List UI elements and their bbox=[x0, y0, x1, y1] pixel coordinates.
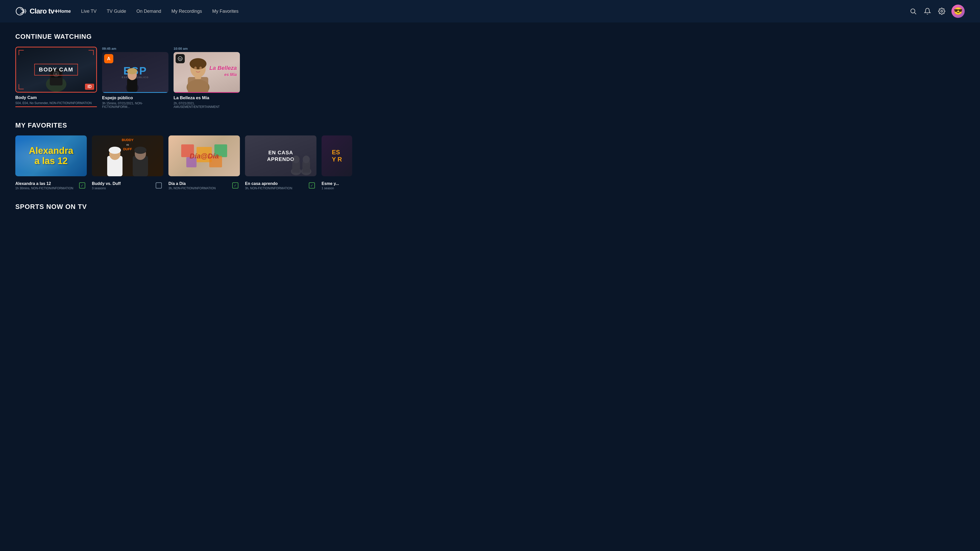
logo-text: Claro tv+ bbox=[30, 7, 58, 15]
nav-links: Home Live TV TV Guide On Demand My Recor… bbox=[58, 9, 908, 14]
alexandra-check[interactable]: ✓ bbox=[79, 183, 85, 189]
settings-icon[interactable] bbox=[937, 6, 946, 16]
belleza-progress-bar bbox=[173, 92, 240, 93]
continue-watching-section: CONTINUE WATCHING bbox=[15, 33, 965, 109]
nav-link-my-favorites[interactable]: My Favorites bbox=[212, 9, 239, 14]
alexandra-light-effect bbox=[15, 135, 87, 176]
espejo-subtitle: 3h 15mins, 07/21/2021, NON-FICTION/INFOR… bbox=[102, 102, 169, 109]
bell-icon[interactable] bbox=[923, 6, 932, 16]
buddy-check[interactable] bbox=[156, 183, 162, 189]
encasa-check[interactable]: ✓ bbox=[309, 183, 315, 189]
diaadia-check[interactable]: ✓ bbox=[232, 183, 239, 189]
esme-title: Esme y... bbox=[321, 181, 352, 186]
nav-link-my-recordings[interactable]: My Recordings bbox=[171, 9, 202, 14]
corner-bracket-bl bbox=[19, 84, 24, 89]
alexandra-title: Alexandra a las 12 bbox=[15, 181, 73, 186]
espejo-title: Espejo público bbox=[102, 95, 169, 100]
card-espejo-publico[interactable]: 09:45 am A ESP ESPEJO PÚBLICO bbox=[102, 47, 169, 109]
svg-point-20 bbox=[189, 58, 207, 69]
svg-line-2 bbox=[915, 13, 916, 14]
buddy-subtitle: 3 seasons bbox=[92, 186, 121, 190]
alexandra-info: Alexandra a las 12 1h 30mins, NON-FICTIO… bbox=[15, 179, 87, 190]
body-cam-subtitle: S04, E04, No Surrender, NON-FICTION/INFO… bbox=[15, 101, 97, 105]
nav-icons: 😎 bbox=[908, 5, 965, 18]
diaadia-illustration: Día@Día bbox=[179, 139, 230, 172]
esme-info: Esme y... 1 season bbox=[321, 179, 352, 190]
esme-text-partial: ESY R bbox=[329, 146, 345, 165]
favorites-cards: Alexandraa las 12 Alexandra a las 12 1h … bbox=[15, 135, 965, 190]
logo-icon bbox=[15, 6, 28, 16]
continue-watching-cards: BODY CAM ID Body Cam S04, E04, No Surren… bbox=[15, 47, 965, 109]
esme-subtitle: 1 season bbox=[321, 186, 352, 190]
body-cam-progress bbox=[15, 106, 97, 107]
belleza-title: La Belleza es Mía bbox=[173, 95, 240, 100]
esme-thumbnail: ESY R bbox=[321, 135, 352, 176]
nav-link-home[interactable]: Home bbox=[58, 9, 71, 14]
fav-card-esme[interactable]: ESY R Esme y... 1 season bbox=[321, 135, 352, 190]
diaadia-thumbnail: Día@Día bbox=[169, 135, 240, 176]
corner-bracket-tl bbox=[19, 50, 24, 55]
card-la-belleza[interactable]: 10:00 am TV bbox=[173, 47, 240, 109]
fav-card-en-casa-aprendo[interactable]: EN CASAAPRENDO bbox=[245, 135, 317, 190]
bodycam-label: BODY CAM bbox=[34, 64, 78, 76]
continue-watching-title: CONTINUE WATCHING bbox=[15, 33, 965, 41]
nav-link-live-tv[interactable]: Live TV bbox=[81, 9, 97, 14]
fav-card-dia-a-dia[interactable]: Día@Día Día a Día 3h, NON-FICTION/INFORM… bbox=[169, 135, 240, 190]
encasa-info: En casa aprendo 3h, NON-FICTION/INFORMAT… bbox=[245, 179, 317, 190]
belleza-subtitle: 2h, 07/21/2021, AMUSEMENT/ENTERTAINMENT bbox=[173, 102, 240, 109]
user-avatar[interactable]: 😎 bbox=[951, 5, 965, 18]
svg-rect-17 bbox=[188, 77, 208, 93]
svg-point-1 bbox=[911, 9, 915, 13]
search-icon[interactable] bbox=[908, 6, 918, 16]
svg-point-40 bbox=[303, 156, 310, 163]
encasa-subtitle: 3h, NON-FICTION/INFORMATION bbox=[245, 186, 292, 190]
belleza-info: La Belleza es Mía 2h, 07/21/2021, AMUSEM… bbox=[173, 95, 240, 109]
svg-point-3 bbox=[941, 11, 943, 12]
app-logo[interactable]: Claro tv+ bbox=[15, 6, 58, 16]
buddy-thumbnail: BUDDY vs DUFF bbox=[92, 135, 163, 176]
my-favorites-title: MY FAVORITES bbox=[15, 121, 965, 129]
buddy-title: Buddy vs. Duff bbox=[92, 181, 121, 186]
espejo-presenter bbox=[122, 65, 142, 93]
diaadia-title: Día a Día bbox=[169, 181, 216, 186]
diaadia-info: Día a Día 3h, NON-FICTION/INFORMATION ✓ bbox=[169, 179, 240, 190]
navbar: Claro tv+ Home Live TV TV Guide On Deman… bbox=[0, 0, 980, 22]
espejo-time: 09:45 am bbox=[102, 47, 169, 51]
encasa-thumbnail: EN CASAAPRENDO bbox=[245, 135, 317, 176]
encasa-title: En casa aprendo bbox=[245, 181, 292, 186]
corner-bracket-br bbox=[89, 84, 94, 89]
avatar-emoji: 😎 bbox=[954, 8, 963, 15]
belleza-time: 10:00 am bbox=[173, 47, 240, 51]
svg-point-13 bbox=[127, 68, 137, 74]
espejo-progress-bar bbox=[102, 92, 169, 93]
belleza-overlay-text: La Bellezaes Mía bbox=[209, 65, 237, 77]
fav-card-alexandra[interactable]: Alexandraa las 12 Alexandra a las 12 1h … bbox=[15, 135, 87, 190]
svg-point-21 bbox=[194, 67, 197, 70]
alexandra-subtitle: 1h 30mins, NON-FICTION/INFORMATION bbox=[15, 186, 73, 190]
nav-link-on-demand[interactable]: On Demand bbox=[136, 9, 161, 14]
buddy-title-overlay: BUDDY vs DUFF bbox=[92, 138, 163, 151]
svg-point-37 bbox=[293, 156, 300, 163]
buddy-info: Buddy vs. Duff 3 seasons bbox=[92, 179, 163, 190]
antena3-badge: A bbox=[104, 54, 113, 63]
svg-rect-11 bbox=[127, 79, 137, 92]
diaadia-subtitle: 3h, NON-FICTION/INFORMATION bbox=[169, 186, 216, 190]
fav-card-buddy-duff[interactable]: BUDDY vs DUFF bbox=[92, 135, 163, 190]
svg-text:Día@Día: Día@Día bbox=[189, 152, 219, 160]
espejo-info: Espejo público 3h 15mins, 07/21/2021, NO… bbox=[102, 95, 169, 109]
corner-bracket-tr bbox=[89, 50, 94, 55]
body-cam-info: Body Cam S04, E04, No Surrender, NON-FIC… bbox=[15, 95, 97, 107]
encasa-silhouettes bbox=[286, 150, 317, 176]
card-body-cam[interactable]: BODY CAM ID Body Cam S04, E04, No Surren… bbox=[15, 47, 97, 107]
svg-point-22 bbox=[199, 67, 202, 70]
sports-section: SPORTS NOW ON TV bbox=[15, 203, 965, 211]
sports-title: SPORTS NOW ON TV bbox=[15, 203, 965, 211]
nav-link-tv-guide[interactable]: TV Guide bbox=[107, 9, 126, 14]
body-cam-title: Body Cam bbox=[15, 95, 97, 100]
my-favorites-section: MY FAVORITES Alexandraa las 12 Alexandra… bbox=[15, 121, 965, 190]
main-content: CONTINUE WATCHING bbox=[0, 22, 980, 233]
